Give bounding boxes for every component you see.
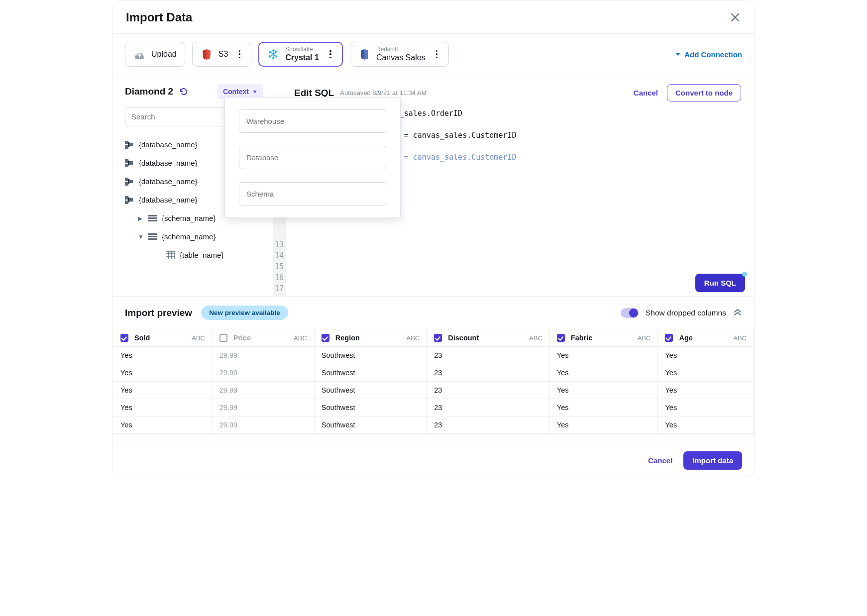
- redshift-icon: [358, 48, 370, 60]
- database-icon: [125, 196, 134, 204]
- svg-rect-11: [129, 198, 133, 202]
- database-icon: [125, 178, 134, 186]
- svg-rect-5: [129, 161, 133, 165]
- source-pills: Upload S3 Snowflake Crystal 1: [125, 42, 449, 67]
- modal-title: Import Data: [126, 10, 192, 24]
- source-s3[interactable]: S3: [192, 42, 252, 67]
- tree-label: {database_name}: [139, 140, 198, 149]
- table-row: Yes29.99Southwest23YesYes: [113, 347, 754, 364]
- show-dropped-toggle[interactable]: [621, 308, 639, 318]
- table-cell: Southwest: [314, 347, 427, 364]
- table-cell: 29.99: [212, 347, 314, 364]
- svg-rect-7: [125, 182, 128, 186]
- table-row: Yes29.99Southwest23YesYes: [113, 364, 754, 382]
- source-upload[interactable]: Upload: [125, 42, 185, 67]
- column-type: ABC: [638, 334, 651, 342]
- refresh-button[interactable]: [179, 87, 188, 96]
- table-icon: [166, 251, 175, 259]
- upload-label: Upload: [151, 50, 177, 59]
- column-name: Fabric: [571, 334, 593, 342]
- table-row: Yes29.99Southwest23YesYes: [113, 416, 754, 434]
- svg-rect-13: [148, 217, 157, 219]
- tree-table[interactable]: {table_name}: [125, 246, 266, 264]
- column-name: Discount: [448, 334, 479, 342]
- context-label: Context: [223, 88, 249, 96]
- column-type: ABC: [529, 334, 542, 342]
- editor-cancel-button[interactable]: Cancel: [634, 89, 658, 97]
- table-cell: 29.99: [212, 416, 314, 434]
- warehouse-input[interactable]: [239, 109, 386, 133]
- schema-icon: [148, 233, 157, 240]
- svg-rect-18: [166, 251, 175, 259]
- table-cell: Southwest: [314, 382, 427, 399]
- upload-icon: [133, 48, 145, 60]
- table-cell: Yes: [113, 416, 213, 434]
- snowflake-icon: [267, 48, 279, 60]
- table-cell: Yes: [658, 364, 754, 382]
- footer-cancel-button[interactable]: Cancel: [648, 456, 672, 465]
- column-type: ABC: [407, 334, 420, 342]
- table-cell: Southwest: [314, 399, 427, 416]
- column-header: Region ABC: [314, 329, 427, 347]
- run-sql-button[interactable]: Run SQL: [695, 274, 745, 292]
- column-header: Fabric ABC: [549, 329, 658, 347]
- schema-icon: [148, 215, 157, 222]
- svg-rect-12: [148, 215, 157, 216]
- column-checkbox[interactable]: [665, 334, 673, 342]
- tree-label: {table_name}: [180, 251, 223, 259]
- table-cell: 29.99: [212, 399, 314, 416]
- table-cell: Yes: [658, 347, 754, 364]
- autosave-label: Autosaved 8/9/21 at 11:34 AM: [340, 89, 427, 97]
- column-header: Price ABC: [212, 329, 314, 347]
- s3-icon: [201, 48, 213, 60]
- column-type: ABC: [192, 334, 205, 342]
- s3-label: S3: [218, 50, 228, 59]
- close-icon: [731, 13, 740, 22]
- svg-rect-15: [148, 233, 157, 235]
- svg-rect-8: [129, 180, 133, 183]
- column-checkbox[interactable]: [219, 334, 227, 342]
- table-cell: Yes: [113, 399, 213, 416]
- svg-rect-0: [125, 141, 128, 144]
- snowflake-menu[interactable]: [327, 50, 334, 59]
- close-button[interactable]: [729, 11, 741, 23]
- s3-menu[interactable]: [236, 50, 243, 59]
- redshift-menu[interactable]: [434, 50, 440, 59]
- database-icon: [125, 141, 134, 149]
- database-input[interactable]: [239, 146, 386, 169]
- new-preview-badge[interactable]: New preview available: [201, 306, 288, 320]
- column-checkbox[interactable]: [557, 334, 565, 342]
- redshift-label: Canvas Sales: [376, 53, 426, 62]
- collapse-preview-button[interactable]: [733, 307, 742, 318]
- show-dropped-label: Show dropped columns: [646, 308, 726, 317]
- import-data-modal: Import Data Upload S3: [112, 0, 755, 478]
- tree-schema[interactable]: ▼ {schema_name}: [125, 227, 266, 246]
- svg-rect-16: [148, 236, 157, 237]
- double-chevron-up-icon: [733, 307, 742, 316]
- table-cell: 29.99: [212, 382, 314, 399]
- table-cell: Yes: [549, 416, 658, 434]
- source-redshift[interactable]: Redshift Canvas Sales: [350, 42, 449, 67]
- column-checkbox[interactable]: [322, 334, 329, 342]
- snowflake-sup: Snowflake: [285, 46, 319, 53]
- add-connection-label: Add Connection: [684, 50, 742, 59]
- column-checkbox[interactable]: [120, 334, 128, 342]
- preview-header-row: Sold ABC Price ABC Region ABC Discount A…: [113, 329, 754, 347]
- source-snowflake[interactable]: Snowflake Crystal 1: [258, 42, 343, 67]
- table-cell: Southwest: [314, 364, 427, 382]
- table-cell: Yes: [113, 364, 213, 382]
- source-bar: Upload S3 Snowflake Crystal 1: [113, 34, 754, 75]
- column-name: Region: [335, 334, 360, 342]
- caret-down-icon: [253, 91, 257, 93]
- schema-input[interactable]: [239, 182, 386, 205]
- column-header: Sold ABC: [113, 329, 213, 347]
- add-connection-button[interactable]: Add Connection: [675, 50, 742, 59]
- table-cell: 23: [427, 382, 550, 399]
- tree-label: {schema_name}: [162, 232, 216, 241]
- table-cell: Yes: [549, 382, 658, 399]
- snowflake-label: Crystal 1: [285, 53, 319, 62]
- convert-to-node-button[interactable]: Convert to node: [667, 84, 741, 102]
- import-data-button[interactable]: Import data: [683, 451, 742, 470]
- column-checkbox[interactable]: [434, 334, 442, 342]
- tree-label: {schema_name}: [162, 214, 216, 222]
